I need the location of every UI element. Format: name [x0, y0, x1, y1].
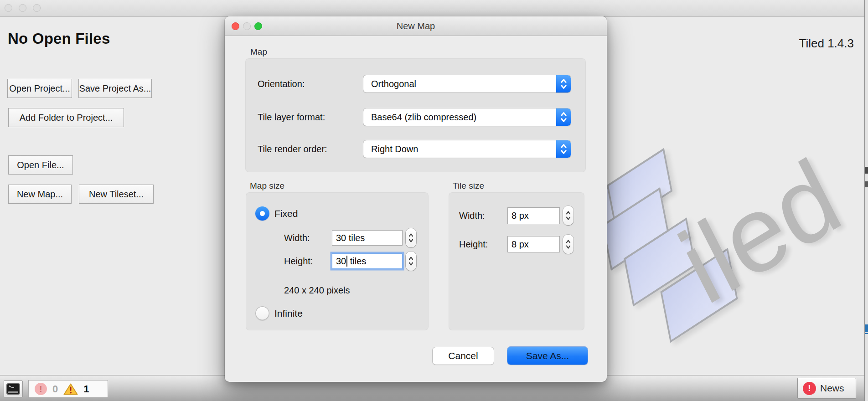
minimize-icon: [243, 22, 251, 30]
warning-count: 1: [83, 383, 89, 395]
error-icon: !: [35, 383, 47, 395]
news-label: News: [820, 383, 844, 394]
tile-render-order-select[interactable]: Right Down: [363, 140, 571, 158]
zoom-icon[interactable]: [33, 4, 41, 12]
chevron-up-down-icon: [556, 140, 571, 158]
open-file-button[interactable]: Open File...: [8, 155, 73, 175]
dialog-title: New Map: [225, 16, 607, 36]
screen-edge-artifact: [865, 333, 868, 334]
zoom-icon[interactable]: [254, 22, 262, 30]
tile-render-order-label: Tile render order:: [258, 140, 327, 158]
map-width-label: Width:: [284, 230, 310, 246]
main-titlebar: [0, 0, 868, 17]
tile-height-value: 8 px: [512, 239, 529, 250]
new-tileset-button[interactable]: New Tileset...: [79, 185, 154, 204]
screen-edge-strip: [864, 0, 868, 401]
new-map-dialog: New Map Map Orientation: Orthogonal Tile…: [225, 16, 607, 382]
tiled-app-window: iled No Open Files Tiled 1.4.3 Open Proj…: [0, 0, 868, 401]
screen-edge-artifact: [865, 324, 868, 332]
map-width-stepper[interactable]: [406, 228, 416, 247]
save-project-as-button[interactable]: Save Project As...: [78, 79, 152, 98]
error-count: 0: [52, 383, 58, 395]
cancel-button[interactable]: Cancel: [433, 347, 494, 365]
fixed-radio-label: Fixed: [274, 206, 298, 221]
app-version-label: Tiled 1.4.3: [799, 36, 854, 51]
close-icon[interactable]: [5, 4, 12, 12]
page-title: No Open Files: [8, 30, 110, 47]
map-width-input[interactable]: 30 tiles: [332, 230, 403, 246]
open-project-button[interactable]: Open Project...: [7, 79, 72, 98]
warning-icon: [63, 383, 78, 396]
tile-layer-format-select[interactable]: Base64 (zlib compressed): [363, 108, 571, 126]
orientation-label: Orientation:: [258, 75, 305, 93]
close-icon[interactable]: [232, 22, 239, 30]
infinite-radio[interactable]: [255, 306, 269, 320]
news-button[interactable]: ! News: [797, 378, 856, 399]
tile-size-group-label: Tile size: [453, 181, 484, 191]
console-toggle-button[interactable]: [4, 380, 23, 397]
map-width-value: 30 tiles: [336, 233, 365, 243]
tile-layer-format-value: Base64 (zlib compressed): [363, 112, 556, 123]
tile-height-label: Height:: [459, 236, 488, 252]
tile-height-stepper[interactable]: [563, 235, 574, 254]
chevron-up-down-icon: [556, 75, 571, 93]
map-group-label: Map: [250, 47, 267, 57]
infinite-radio-label: Infinite: [274, 306, 303, 320]
add-folder-to-project-button[interactable]: Add Folder to Project...: [8, 108, 124, 127]
map-height-value-after-caret: tiles: [347, 256, 366, 267]
tile-width-value: 8 px: [512, 211, 529, 221]
tile-height-input[interactable]: 8 px: [507, 236, 560, 252]
screen-edge-artifact: [865, 181, 868, 187]
map-height-value-before-caret: 30: [336, 256, 346, 267]
console-icon: [6, 383, 20, 395]
tile-layer-format-label: Tile layer format:: [258, 108, 325, 126]
save-as-button[interactable]: Save As...: [507, 347, 588, 365]
tile-render-order-value: Right Down: [363, 144, 556, 154]
minimize-icon[interactable]: [19, 4, 26, 12]
orientation-value: Orthogonal: [363, 79, 556, 89]
screen-edge-artifact: [865, 167, 868, 174]
alert-badge-icon: !: [803, 382, 816, 395]
tile-width-label: Width:: [459, 207, 485, 224]
issues-counter-panel[interactable]: ! 0 1: [28, 380, 108, 398]
new-map-button[interactable]: New Map...: [8, 185, 72, 204]
fixed-radio[interactable]: [255, 206, 269, 221]
tile-width-stepper[interactable]: [563, 206, 574, 225]
map-height-input[interactable]: 30 tiles: [332, 253, 403, 269]
pixel-size-summary: 240 x 240 pixels: [284, 285, 350, 296]
chevron-up-down-icon: [556, 108, 571, 126]
map-height-label: Height:: [284, 253, 313, 269]
map-size-group-label: Map size: [250, 181, 284, 191]
tile-width-input[interactable]: 8 px: [507, 207, 560, 224]
orientation-select[interactable]: Orthogonal: [363, 75, 571, 93]
map-height-stepper[interactable]: [406, 252, 416, 271]
